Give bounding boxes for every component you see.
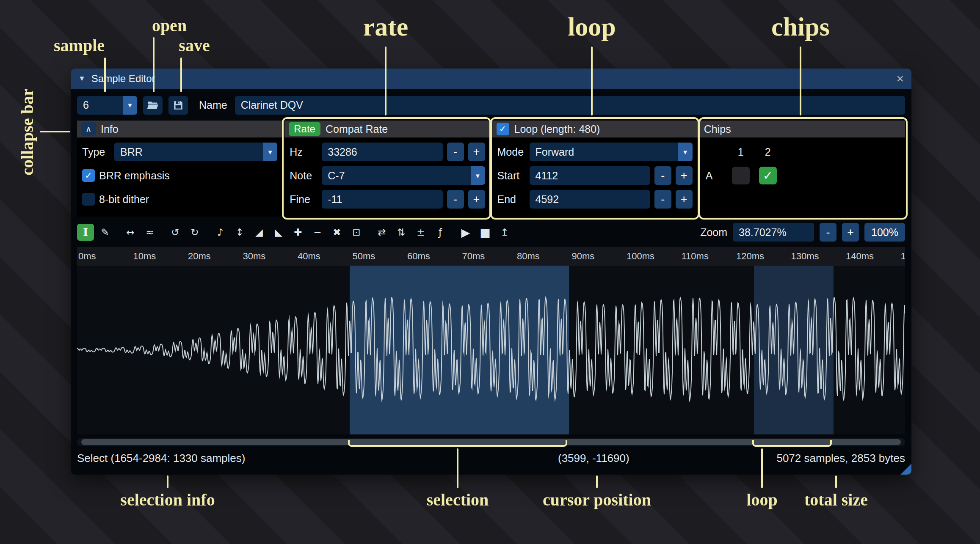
stop-preview-button[interactable]: ■: [477, 224, 494, 241]
save-button[interactable]: [168, 96, 188, 115]
chevron-down-icon: ▼: [123, 96, 137, 115]
annotation-cursor-position-label: cursor position: [543, 490, 651, 510]
loop-section-title: Loop (length: 480): [514, 123, 600, 135]
close-icon[interactable]: ×: [896, 72, 904, 85]
window-collapse-icon[interactable]: ▼: [78, 74, 86, 83]
collapse-bar-button[interactable]: ∧: [81, 122, 96, 136]
delete-button[interactable]: ✖: [329, 224, 345, 241]
annotation-sample-label: sample: [54, 36, 105, 55]
chips-section-header: Chips: [700, 121, 905, 137]
timeline-label: 70ms: [461, 247, 516, 266]
open-folder-icon: [147, 99, 159, 111]
info-section-header: ∧ Info: [77, 121, 282, 137]
loop-end-increment-button[interactable]: +: [676, 190, 693, 209]
chip-row-a-label: A: [706, 170, 723, 182]
apply-silence-button[interactable]: −: [309, 224, 326, 241]
insert-silence-button[interactable]: ✚: [290, 224, 306, 241]
annotation-selection-label: selection: [427, 490, 489, 510]
floppy-icon: [173, 100, 184, 111]
chip-row-a: A: [700, 167, 900, 184]
signed-unsigned-button[interactable]: ±: [412, 224, 429, 241]
chip-column-2-label: 2: [759, 146, 777, 158]
zoom-out-button[interactable]: -: [820, 223, 836, 242]
create-wavetable-button[interactable]: ↥: [496, 224, 513, 241]
note-label: Note: [290, 170, 317, 182]
hz-increment-button[interactable]: +: [468, 143, 485, 161]
annotation-open-label: open: [152, 16, 187, 36]
title-bar[interactable]: ▼ Sample Editor ×: [71, 69, 911, 89]
annotation-loop-bottom-label: loop: [746, 490, 777, 510]
chip-a-2-checkbox[interactable]: [759, 167, 777, 184]
window-title: Sample Editor: [91, 73, 155, 85]
chip-a-1-checkbox[interactable]: [732, 167, 750, 184]
name-input[interactable]: Clarinet DQV: [235, 96, 905, 115]
loop-end-value: 4592: [536, 193, 559, 206]
loop-end-input[interactable]: 4592: [530, 190, 650, 209]
annotation-chips-label: chips: [771, 12, 830, 42]
chips-section: Chips 1 2 A: [700, 121, 905, 217]
draw-tool-button[interactable]: ✎: [97, 224, 113, 241]
dither-checkbox[interactable]: [82, 193, 95, 206]
hz-decrement-button[interactable]: -: [447, 143, 464, 161]
fine-input[interactable]: -11: [322, 190, 442, 209]
info-section: ∧ Info Type BRR ▼ BRR emphasis: [77, 121, 282, 217]
annotation-save-label: save: [179, 36, 210, 55]
preview-button[interactable]: ▶: [457, 224, 474, 241]
sample-selector-value: 6: [83, 99, 89, 111]
zoom-label: Zoom: [700, 226, 727, 239]
timeline-ruler: 0ms 10ms 20ms 30ms 40ms 50ms 60ms 70ms 8…: [77, 247, 905, 266]
annotation-selection-info-line: [167, 475, 168, 488]
reverse-button[interactable]: ⇄: [373, 224, 390, 241]
timeline-label: 40ms: [296, 247, 351, 266]
waveform-scrollbar[interactable]: [77, 438, 905, 446]
chevron-down-icon: ▼: [263, 143, 277, 161]
type-value: BRR: [120, 146, 143, 158]
fade-out-button[interactable]: ◣: [270, 224, 287, 241]
type-dropdown[interactable]: BRR ▼: [114, 143, 277, 161]
hz-input[interactable]: 33286: [322, 143, 442, 161]
amplify-button[interactable]: ♪: [212, 224, 229, 241]
loop-start-increment-button[interactable]: +: [676, 166, 693, 185]
timeline-label: 100ms: [625, 247, 680, 266]
annotation-total-size-label: total size: [804, 490, 868, 510]
type-label: Type: [82, 146, 110, 158]
timeline-label: 30ms: [242, 247, 297, 266]
redo-button[interactable]: ↻: [186, 224, 203, 241]
name-label: Name: [199, 99, 227, 111]
fine-decrement-button[interactable]: -: [447, 190, 464, 209]
timeline-label: 20ms: [187, 247, 242, 266]
filter-button[interactable]: ƒ: [432, 224, 449, 241]
sample-editor-window: ▼ Sample Editor × 6 ▼: [71, 69, 911, 475]
loop-start-input[interactable]: 4112: [530, 166, 650, 185]
trim-button[interactable]: ⊡: [348, 224, 365, 241]
invert-button[interactable]: ⇅: [393, 224, 410, 241]
resize-button[interactable]: ↔: [122, 224, 139, 241]
loop-end-decrement-button[interactable]: -: [654, 190, 671, 209]
select-tool-button[interactable]: I: [77, 224, 94, 241]
note-dropdown[interactable]: C-7 ▼: [322, 166, 485, 185]
loop-enable-checkbox[interactable]: [497, 123, 509, 135]
zoom-value-input[interactable]: 38.7027%: [733, 223, 814, 242]
waveform-canvas[interactable]: [77, 266, 905, 434]
zoom-in-button[interactable]: +: [842, 223, 859, 242]
rate-badge[interactable]: Rate: [289, 122, 320, 136]
undo-button[interactable]: ↺: [167, 224, 184, 241]
timeline-label: 50ms: [351, 247, 406, 266]
sample-selector[interactable]: 6 ▼: [77, 96, 137, 115]
timeline-label: 110ms: [680, 247, 735, 266]
chevron-down-icon: ▼: [471, 166, 485, 185]
waveform-view[interactable]: [77, 266, 905, 434]
resample-button[interactable]: ≈: [141, 224, 158, 241]
scrollbar-thumb[interactable]: [81, 439, 901, 445]
timeline-label: 150: [900, 247, 905, 266]
normalize-button[interactable]: ↕: [231, 224, 248, 241]
brr-emphasis-label: BRR emphasis: [99, 170, 170, 182]
fine-value: -11: [328, 193, 342, 206]
fade-in-button[interactable]: ◢: [251, 224, 268, 241]
brr-emphasis-checkbox[interactable]: [82, 169, 95, 182]
fine-increment-button[interactable]: +: [468, 190, 485, 209]
loop-mode-dropdown[interactable]: Forward ▼: [530, 143, 693, 161]
open-button[interactable]: [143, 96, 163, 115]
zoom-reset-button[interactable]: 100%: [864, 223, 905, 242]
loop-start-decrement-button[interactable]: -: [654, 166, 671, 185]
